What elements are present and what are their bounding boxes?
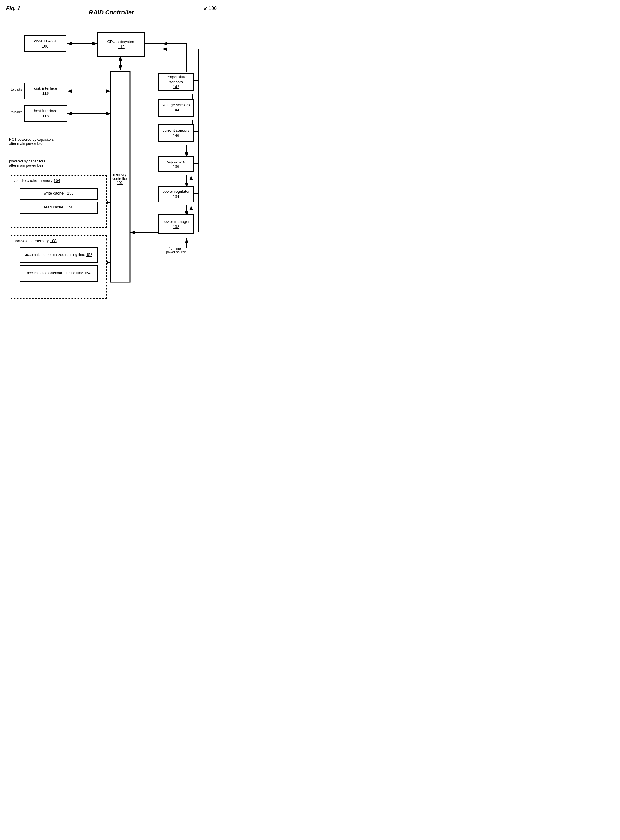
- ref-100: ↙ 100: [203, 5, 217, 11]
- power-regulator-box: power regulator 134: [158, 186, 194, 202]
- fig-label: Fig. 1: [6, 5, 20, 12]
- accum-cal-running-time-box: accumulated calendar running time 154: [20, 265, 98, 282]
- disk-interface-box: disk interface 116: [24, 83, 67, 99]
- read-cache-box: read cache 158: [20, 201, 98, 213]
- to-disks-label: to disks: [8, 87, 26, 91]
- host-interface-box: host interface 118: [24, 105, 67, 122]
- non-volatile-memory-box: non-volatile memory 108 accumulated norm…: [11, 236, 107, 298]
- capacitors-box: capacitors 136: [158, 156, 194, 172]
- page-title: RAID Controller: [6, 6, 217, 16]
- temperature-sensors-box: temperature sensors 142: [158, 73, 194, 91]
- powered-label: powered by capacitors after main power l…: [9, 155, 87, 168]
- dashed-divider: [6, 153, 217, 153]
- to-hosts-label: to hosts: [8, 110, 26, 114]
- code-flash-box: code FLASH 106: [24, 36, 66, 52]
- from-main-power-label: from main power source: [153, 243, 199, 254]
- not-powered-label: NOT powered by capacitors after main pow…: [9, 133, 87, 146]
- volatile-cache-memory-box: volatile cache memory 104 write cache 15…: [11, 176, 107, 228]
- current-sensors-box: current sensors 146: [158, 124, 194, 142]
- power-manager-box: power manager 132: [158, 214, 194, 234]
- voltage-sensors-box: voltage sensors 144: [158, 99, 194, 117]
- write-cache-box: write cache 156: [20, 188, 98, 200]
- accum-norm-running-time-box: accumulated normalized running time 152: [20, 247, 98, 263]
- memory-controller-label: memory controller 102: [108, 172, 132, 185]
- cpu-subsystem-box: CPU subsystem 112: [97, 33, 145, 57]
- diagram: code FLASH 106 CPU subsystem 112 disk in…: [6, 25, 217, 314]
